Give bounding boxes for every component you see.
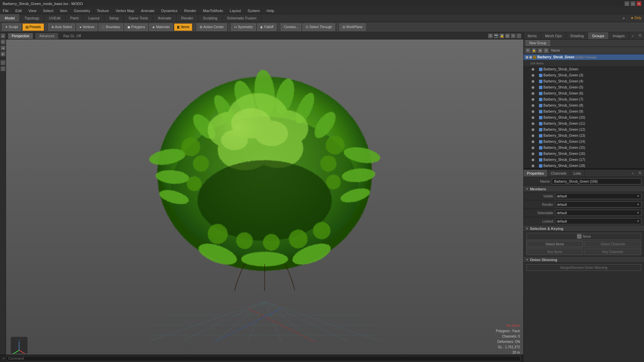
sidebar-icon-5[interactable]: ↔ — [1, 60, 5, 65]
symmetry-button[interactable]: ⇔ Symmetry — [231, 23, 256, 31]
vertices-button[interactable]: ● Vertices — [76, 23, 98, 31]
boundary-button[interactable]: ◌ Boundary — [99, 23, 123, 31]
menu-view[interactable]: View — [27, 9, 38, 13]
tab-game-tools[interactable]: Game Tools — [124, 14, 153, 22]
action-center-button[interactable]: ⊞ Action Center — [197, 23, 227, 31]
materials-button[interactable]: ◈ Materials — [149, 23, 173, 31]
menu-dynamics[interactable]: Dynamics — [160, 9, 179, 13]
panel-tab-images[interactable]: Images — [609, 32, 629, 39]
polygons-button[interactable]: ◼ Polygons — [124, 23, 148, 31]
menu-system[interactable]: System — [246, 9, 261, 13]
vp-icon-lock[interactable]: 🔒 — [499, 34, 504, 38]
props-tab-lists[interactable]: Lists — [570, 170, 585, 177]
select-through-button[interactable]: ⊡ Select Through — [303, 23, 335, 31]
auto-select-button[interactable]: ⊕ Auto Select — [48, 23, 75, 31]
menu-layout[interactable]: Layout — [228, 9, 242, 13]
onion-skinning-section-header[interactable]: ▼ Onion Skinning — [524, 257, 644, 263]
tab-model[interactable]: Model — [0, 14, 20, 22]
list-item[interactable]: Barberry_Shrub_Green (3) — [524, 72, 644, 78]
list-item[interactable]: Barberry_Shrub_Green (5) — [524, 84, 644, 90]
render-dropdown[interactable]: default ▼ — [555, 201, 641, 207]
list-item[interactable]: Barberry_Shrub_Green — [524, 66, 644, 72]
menu-item[interactable]: Item — [59, 9, 68, 13]
locked-dropdown[interactable]: default ▼ — [555, 218, 641, 224]
menu-edit[interactable]: Edit — [14, 9, 23, 13]
sculpt-button[interactable]: ✦ Sculpt — [2, 23, 21, 31]
items-list[interactable]: Barberry_Shrub_Green (Add) / Groups 104 … — [524, 54, 644, 168]
list-item[interactable]: Barberry_Shrub_Green (13) — [524, 133, 644, 139]
items-header-icon-vis[interactable]: 👁 — [526, 48, 530, 53]
tab-schematic[interactable]: Schematic Fusion — [222, 14, 261, 22]
select-channels-button[interactable]: Select Channels — [584, 241, 641, 247]
sidebar-icon-1[interactable]: ▲ — [1, 34, 5, 38]
vp-tab-advanced[interactable]: Advanced — [36, 33, 58, 39]
maximize-button[interactable]: □ — [631, 1, 635, 6]
falloff-button[interactable]: ◐ Falloff — [257, 23, 276, 31]
list-item[interactable]: Barberry_Shrub_Green (10) — [524, 115, 644, 121]
vp-icon-settings[interactable]: ⚙ — [488, 34, 493, 38]
list-item[interactable]: Barberry_Shrub_Green (17) — [524, 157, 644, 163]
menu-animate[interactable]: Animate — [140, 9, 156, 13]
props-tab-properties[interactable]: Properties — [524, 170, 547, 177]
key-items-button[interactable]: Key Items — [526, 248, 583, 255]
list-item[interactable]: Barberry_Shrub_Green (8) — [524, 103, 644, 109]
menu-help[interactable]: Help — [265, 9, 276, 13]
vp-icon-camera[interactable]: 📷 — [494, 34, 498, 38]
command-input[interactable] — [6, 356, 521, 361]
list-item[interactable]: Barberry_Shrub_Green (9) — [524, 109, 644, 115]
panel-tab-shading[interactable]: Shading — [566, 32, 588, 39]
list-item[interactable]: Barberry_Shrub_Green (7) — [524, 97, 644, 103]
items-button[interactable]: ◧ Items — [174, 23, 192, 31]
tab-scripting[interactable]: Scripting — [198, 14, 222, 22]
visible-dropdown[interactable]: default ▼ — [555, 193, 641, 199]
members-section-header[interactable]: ▼ Members — [524, 186, 644, 192]
sidebar-icon-2[interactable]: ▼ — [1, 40, 5, 44]
menu-select[interactable]: Select — [42, 9, 55, 13]
tab-setup[interactable]: Setup — [104, 14, 124, 22]
list-item[interactable]: Barberry_Shrub_Green (12) — [524, 127, 644, 133]
constraints-button[interactable]: Constra... — [281, 23, 301, 31]
sidebar-icon-4[interactable]: ▶ — [1, 52, 5, 56]
tab-paint[interactable]: Paint — [65, 14, 84, 22]
panel-tab-meshops[interactable]: Mesh Ops — [541, 32, 566, 39]
menu-geometry[interactable]: Geometry — [72, 9, 91, 13]
list-item[interactable]: Barberry_Shrub_Green (14) — [524, 139, 644, 145]
group-header-row[interactable]: Barberry_Shrub_Green (Add) / Groups — [524, 54, 644, 60]
tab-layout[interactable]: Layout — [84, 14, 104, 22]
name-input[interactable] — [552, 178, 641, 184]
tab-plus-icon[interactable]: + — [622, 15, 625, 21]
panel-expand-icon[interactable]: ⇱ — [637, 34, 644, 38]
selectable-dropdown[interactable]: default ▼ — [555, 210, 641, 216]
list-item[interactable]: Barberry_Shrub_Green (11) — [524, 121, 644, 127]
tab-animate[interactable]: Animate — [153, 14, 176, 22]
props-expand-icon[interactable]: ⇱ — [637, 171, 644, 176]
tab-render[interactable]: Render — [176, 14, 198, 22]
select-items-button[interactable]: Select Items — [526, 241, 583, 247]
sidebar-icon-3[interactable]: ◀ — [1, 46, 5, 50]
items-header-icon-more[interactable]: ⊞ — [544, 48, 548, 53]
sidebar-icon-6[interactable]: ↕ — [1, 66, 5, 71]
selection-keying-section-header[interactable]: ▼ Selection & Keying — [524, 226, 644, 232]
list-item[interactable]: Barberry_Shrub_Green (4) — [524, 78, 644, 84]
minimize-button[interactable]: ─ — [625, 1, 629, 6]
new-group-button[interactable]: New Group — [526, 40, 550, 46]
keying-none-button[interactable]: None — [526, 233, 641, 240]
menu-vertexmap[interactable]: Vertex Map — [114, 9, 136, 13]
viewport[interactable]: Perspective Advanced Ray GL: Off ⚙ 📷 🔒 ⊞… — [6, 32, 523, 362]
tab-uvedit[interactable]: UVEdit — [44, 14, 65, 22]
vp-tab-perspective[interactable]: Perspective — [8, 33, 33, 39]
vp-icon-more[interactable]: ⋮ — [517, 34, 521, 38]
presets-button[interactable]: ▤ Presets — [22, 23, 44, 31]
menu-file[interactable]: File — [1, 9, 10, 13]
vp-icon-light[interactable]: ☀ — [511, 34, 516, 38]
close-button[interactable]: ✕ — [637, 1, 641, 6]
menu-texture[interactable]: Texture — [96, 9, 110, 13]
props-tab-channels[interactable]: Channels — [547, 170, 570, 177]
props-tab-plus[interactable]: + — [629, 171, 637, 175]
tab-topology[interactable]: Topology — [20, 14, 44, 22]
assign-remove-onion-button[interactable]: Assign/Remove Onion Skinning — [526, 264, 641, 271]
list-item[interactable]: Barberry_Shrub_Green (18) — [524, 163, 644, 168]
list-item[interactable]: Barberry_Shrub_Green (6) — [524, 90, 644, 97]
list-item[interactable]: Barberry_Shrub_Green (15) — [524, 145, 644, 151]
panel-tab-plus[interactable]: + — [629, 34, 637, 38]
